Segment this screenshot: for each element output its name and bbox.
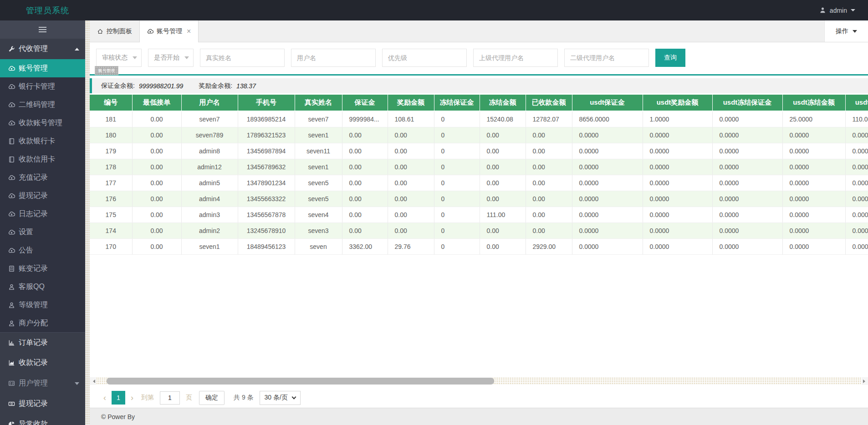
per-page-select[interactable]: 30 条/页 [260,391,301,405]
table-row[interactable]: 1790.00admin813456987894seven110.000.000… [90,143,868,159]
table-cell: 0.0000 [572,143,643,159]
table-row[interactable]: 1740.00admin213245678910seven30.000.0000… [90,223,868,238]
table-cell: 0.0000 [845,238,868,254]
sidebar-item[interactable]: 客服QQ [0,278,85,296]
table-cell: 8656.0000 [572,111,643,127]
scroll-left-arrow-icon[interactable] [90,377,96,385]
table-cell: seven7 [295,111,342,127]
filter-input[interactable] [291,49,376,67]
table-cell: 18489456123 [238,238,295,254]
table-header-cell: usdt冻结保证金 [712,95,782,111]
cloud-up-icon [8,211,15,218]
table-cell: 3362.00 [342,238,388,254]
sidebar-item[interactable]: 设置 [0,223,85,241]
sidebar-item[interactable]: 充值记录 [0,168,85,187]
table-row[interactable]: 1800.00seven78917896321523seven10.000.00… [90,127,868,143]
sidebar-item-label: 订单记录 [19,338,48,348]
sidebar-item[interactable]: 收款信用卡 [0,150,85,168]
table-cell: seven7 [181,111,238,127]
table-row[interactable]: 1760.00admin413455663322seven50.000.0000… [90,191,868,207]
sidebar-item[interactable]: 订单记录 [0,332,85,353]
table-cell: seven5 [295,175,342,191]
scrollbar-thumb[interactable] [107,378,494,385]
table-row[interactable]: 1750.00admin313456567878seven40.000.0001… [90,207,868,223]
user-menu[interactable]: admin [819,7,855,14]
table-row[interactable]: 1770.00admin513478901234seven50.000.0000… [90,175,868,191]
table-row[interactable]: 1700.00seven118489456123seven3362.0029.7… [90,238,868,254]
table-cell: 0.00 [132,127,181,143]
table-cell: 0.0000 [572,238,643,254]
goto-page-input[interactable] [160,391,180,405]
sidebar-collapse-button[interactable] [0,20,85,39]
sidebar-item-label: 代收管理 [19,44,48,54]
sidebar-item[interactable]: 公告 [0,241,85,259]
cloud-up-icon [8,192,15,199]
sidebar-splitter[interactable] [85,20,90,425]
current-page-button[interactable]: 1 [112,391,125,405]
confirm-page-button[interactable]: 确定 [199,391,225,405]
table-cell: 0.00 [526,175,572,191]
table-header-cell: 真实姓名 [295,95,342,111]
prev-page-button[interactable]: ‹ [101,394,108,402]
username: admin [830,7,847,14]
filter-input[interactable] [200,49,285,67]
table-cell: 0.0000 [572,175,643,191]
operate-dropdown[interactable]: 操作 [824,20,868,42]
table-cell: 13245678910 [238,223,295,238]
top-header: 管理员系统 admin [0,0,868,20]
sidebar-item[interactable]: 异常收款 [0,414,85,425]
accent-divider [90,74,868,76]
sidebar-item[interactable]: 银行卡管理 [0,77,85,96]
calc-icon [8,265,15,272]
wrench-icon [8,46,15,52]
sidebar-item[interactable]: 等级管理 [0,296,85,314]
filter-input[interactable] [473,49,558,67]
chevron-down-icon [291,395,296,400]
table-cell: 0 [434,127,480,143]
table-row[interactable]: 1810.00seven718936985214seven79999984...… [90,111,868,127]
scroll-right-arrow-icon[interactable] [862,377,868,385]
table-header-cell: 已收款金额 [526,95,572,111]
table-cell: 111.00 [480,207,526,223]
sidebar-item[interactable]: 商户分配 [0,314,85,332]
table-cell: 0.00 [342,175,388,191]
table-cell: 0.0000 [712,207,782,223]
sidebar-item-label: 二维码管理 [19,100,55,110]
table-row[interactable]: 1780.00admin1213456789632seven10.000.000… [90,159,868,175]
table-cell: 0.0000 [845,143,868,159]
sidebar-item[interactable]: 二维码管理 [0,96,85,114]
scrollbar-track[interactable] [96,377,862,385]
filter-select[interactable]: 审核状态 [96,49,142,67]
tab[interactable]: 账号管理 × [140,20,199,42]
table-cell: 0.0000 [845,175,868,191]
search-button[interactable]: 查询 [655,49,685,67]
sidebar-item[interactable]: 账号管理 [0,59,85,77]
table-cell: 0.00 [132,111,181,127]
table-cell: 0.00 [526,159,572,175]
sidebar-item[interactable]: 日志记录 [0,205,85,223]
sidebar-item[interactable]: 提现记录 [0,394,85,414]
table-cell: 0.00 [132,159,181,175]
sidebar-item[interactable]: 账变记录 [0,259,85,278]
sidebar-item[interactable]: 收款银行卡 [0,132,85,150]
sidebar-item[interactable]: 收款记录 [0,353,85,373]
filter-select[interactable]: 是否开始 [148,49,194,67]
sidebar-item[interactable]: 代收管理 [0,39,85,59]
close-icon[interactable]: × [187,28,191,35]
table-cell: 0.00 [526,143,572,159]
next-page-button[interactable]: › [128,394,136,402]
table-cell: 0.00 [342,223,388,238]
table-cell: seven11 [295,143,342,159]
sidebar-item[interactable]: 用户管理 [0,373,85,394]
table-cell: admin3 [181,207,238,223]
filter-input[interactable] [564,49,649,67]
admin-app: 管理员系统 admin 代收管理 账号管理 银行卡管理 二维码管理 收款账号管理… [0,0,868,425]
sidebar-item[interactable]: 提现记录 [0,187,85,205]
sidebar-item[interactable]: 收款账号管理 [0,114,85,132]
page-footer: © Power By [90,408,868,425]
filter-input[interactable] [382,49,467,67]
tab[interactable]: 控制面板 [90,20,140,42]
cloud-up-icon [8,229,15,236]
table-cell: 0.0000 [643,159,712,175]
app-title: 管理员系统 [26,5,69,16]
